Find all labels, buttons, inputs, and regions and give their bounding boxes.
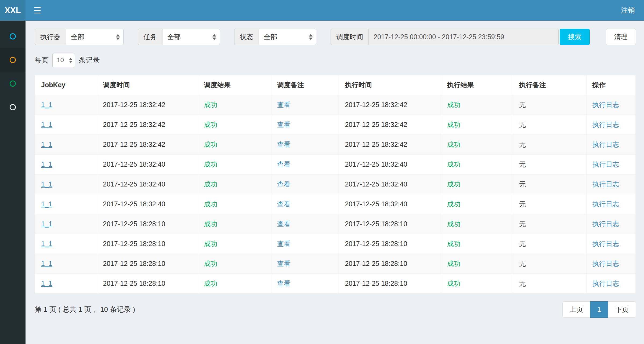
trigger-result-cell: 成功 <box>198 194 271 214</box>
trigger-result-cell: 成功 <box>198 155 271 174</box>
table-footer: 第 1 页 ( 总共 1 页， 10 条记录 ) 上页 1 下页 <box>35 301 636 324</box>
trigger-result-cell: 成功 <box>198 274 271 294</box>
exec-log-link[interactable]: 执行日志 <box>592 101 619 108</box>
trigger-time-cell: 2017-12-25 18:28:10 <box>97 234 198 254</box>
job-filter-group: 任务 全部 <box>138 29 220 45</box>
sidebar-item-2[interactable] <box>0 48 26 72</box>
handle-msg-cell: 无 <box>513 95 586 115</box>
handle-time-cell: 2017-12-25 18:32:40 <box>339 194 441 214</box>
trigger-msg-link[interactable]: 查看 <box>277 121 291 128</box>
status-filter-group: 状态 全部 <box>234 29 316 45</box>
circle-icon <box>10 104 16 110</box>
exec-log-link[interactable]: 执行日志 <box>592 260 619 267</box>
trigger-time-cell: 2017-12-25 18:28:10 <box>97 274 198 294</box>
trigger-time-cell: 2017-12-25 18:32:40 <box>97 194 198 214</box>
search-button[interactable]: 搜索 <box>560 29 590 45</box>
handle-time-cell: 2017-12-25 18:28:10 <box>339 274 441 294</box>
trigger-result-cell: 成功 <box>198 135 271 155</box>
navbar: ☰ 注销 <box>26 0 644 21</box>
trigger-msg-link[interactable]: 查看 <box>277 160 291 168</box>
handle-time-cell: 2017-12-25 18:32:40 <box>339 155 441 174</box>
trigger-msg-link[interactable]: 查看 <box>277 240 291 247</box>
jobkey-link[interactable]: 1_1 <box>41 200 52 208</box>
jobkey-link[interactable]: 1_1 <box>41 101 52 108</box>
trigger-msg-link[interactable]: 查看 <box>277 141 291 148</box>
table-row: 1_1 2017-12-25 18:32:40 成功 查看 2017-12-25… <box>35 155 636 174</box>
table-row: 1_1 2017-12-25 18:32:40 成功 查看 2017-12-25… <box>35 194 636 214</box>
handle-time-cell: 2017-12-25 18:32:42 <box>339 115 441 135</box>
executor-filter-group: 执行器 全部 <box>35 29 124 45</box>
table-header-row: JobKey 调度时间 调度结果 调度备注 执行时间 执行结果 执行备注 操作 <box>35 75 636 95</box>
trigger-msg-link[interactable]: 查看 <box>277 280 291 287</box>
handle-msg-cell: 无 <box>513 274 586 294</box>
current-page-button[interactable]: 1 <box>590 301 608 318</box>
time-range-input[interactable] <box>368 29 559 45</box>
exec-log-link[interactable]: 执行日志 <box>592 200 619 208</box>
status-select[interactable]: 全部 <box>259 29 316 45</box>
sidebar-item-4[interactable] <box>0 95 26 119</box>
content-wrapper: 调度日志 任务调度中心 执行器 全部 任务 全部 状态 全部 <box>26 0 644 324</box>
handle-time-cell: 2017-12-25 18:28:10 <box>339 234 441 254</box>
next-page-button[interactable]: 下页 <box>608 301 636 318</box>
page-size-prefix: 每页 <box>35 56 49 65</box>
circle-icon <box>10 80 16 87</box>
select-arrows-icon <box>69 58 72 63</box>
trigger-time-cell: 2017-12-25 18:32:40 <box>97 174 198 194</box>
exec-log-link[interactable]: 执行日志 <box>592 240 619 247</box>
sidebar-item-3[interactable] <box>0 72 26 95</box>
logo[interactable]: XXL <box>0 0 26 21</box>
sidebar-item-1[interactable] <box>0 24 26 48</box>
exec-log-link[interactable]: 执行日志 <box>592 121 619 128</box>
circle-icon <box>10 57 16 63</box>
jobkey-link[interactable]: 1_1 <box>41 160 52 168</box>
jobkey-link[interactable]: 1_1 <box>41 280 52 287</box>
handle-msg-cell: 无 <box>513 214 586 234</box>
handle-time-cell: 2017-12-25 18:32:42 <box>339 135 441 155</box>
jobkey-link[interactable]: 1_1 <box>41 220 52 228</box>
trigger-time-cell: 2017-12-25 18:32:42 <box>97 115 198 135</box>
trigger-msg-link[interactable]: 查看 <box>277 200 291 208</box>
page-size-value: 10 <box>57 57 64 64</box>
exec-log-link[interactable]: 执行日志 <box>592 141 619 148</box>
prev-page-button[interactable]: 上页 <box>562 301 590 318</box>
exec-log-link[interactable]: 执行日志 <box>592 220 619 228</box>
trigger-time-cell: 2017-12-25 18:32:40 <box>97 155 198 174</box>
col-trigger-msg: 调度备注 <box>271 75 339 95</box>
clear-button[interactable]: 清理 <box>606 29 636 45</box>
time-filter-group: 调度时间 <box>331 29 559 45</box>
handle-time-cell: 2017-12-25 18:28:10 <box>339 214 441 234</box>
job-select[interactable]: 全部 <box>162 29 220 45</box>
table-row: 1_1 2017-12-25 18:32:42 成功 查看 2017-12-25… <box>35 135 636 155</box>
jobkey-link[interactable]: 1_1 <box>41 180 52 188</box>
handle-result-cell: 成功 <box>441 234 513 254</box>
hamburger-icon[interactable]: ☰ <box>26 0 49 21</box>
handle-result-cell: 成功 <box>441 254 513 274</box>
trigger-msg-link[interactable]: 查看 <box>277 101 291 108</box>
jobkey-link[interactable]: 1_1 <box>41 240 52 247</box>
trigger-msg-link[interactable]: 查看 <box>277 220 291 228</box>
select-arrows-icon <box>116 34 120 40</box>
select-arrows-icon <box>309 34 313 40</box>
exec-log-link[interactable]: 执行日志 <box>592 180 619 188</box>
trigger-msg-link[interactable]: 查看 <box>277 180 291 188</box>
table-row: 1_1 2017-12-25 18:28:10 成功 查看 2017-12-25… <box>35 234 636 254</box>
exec-log-link[interactable]: 执行日志 <box>592 160 619 168</box>
handle-result-cell: 成功 <box>441 135 513 155</box>
executor-selected-value: 全部 <box>71 32 84 41</box>
navbar-right: 注销 <box>621 6 644 15</box>
exec-log-link[interactable]: 执行日志 <box>592 280 619 287</box>
job-selected-value: 全部 <box>167 32 181 41</box>
sidebar <box>0 21 26 344</box>
pagination: 上页 1 下页 <box>562 301 636 318</box>
jobkey-link[interactable]: 1_1 <box>41 121 52 128</box>
circle-icon <box>10 33 16 39</box>
jobkey-link[interactable]: 1_1 <box>41 141 52 148</box>
jobkey-link[interactable]: 1_1 <box>41 260 52 267</box>
page-size-select[interactable]: 10 <box>52 53 75 67</box>
logout-link[interactable]: 注销 <box>621 6 635 14</box>
executor-select[interactable]: 全部 <box>66 29 124 45</box>
col-action: 操作 <box>586 75 635 95</box>
handle-time-cell: 2017-12-25 18:32:42 <box>339 95 441 115</box>
trigger-result-cell: 成功 <box>198 95 271 115</box>
trigger-msg-link[interactable]: 查看 <box>277 260 291 267</box>
